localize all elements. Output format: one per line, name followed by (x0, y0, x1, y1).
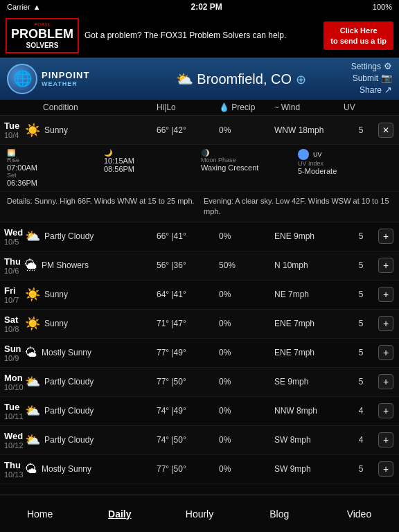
forecast-scroll-area[interactable]: Tue 10/4 ☀️ Sunny 66° |42° 0% WNW 18mph … (0, 116, 399, 487)
uv-0: 5 (344, 125, 378, 135)
cloud-icon: ⛅ (176, 71, 197, 87)
camera-icon: 📷 (381, 73, 392, 83)
col-condition: Condition (25, 103, 157, 112)
day-label-0: Tue (4, 121, 25, 131)
uv-2: 5 (344, 260, 378, 270)
col-precip: 💧 Precip (219, 103, 274, 112)
settings-button[interactable]: Settings ⚙ (351, 61, 392, 71)
forecast-row-9: Thu 10/13 🌤 Mostly Sunny 77° |50° 0% SW … (0, 455, 399, 484)
condition-4: ☀️ Sunny (25, 316, 157, 331)
condition-text-7: Partly Cloudy (44, 406, 94, 416)
hi-lo-4: 71° |47° (157, 319, 219, 328)
sunrise-icon: 🌅 (7, 149, 15, 157)
nav-video[interactable]: Video (319, 495, 399, 532)
header-actions: Settings ⚙ Submit 📷 Share ↗ (351, 61, 392, 95)
nav-home[interactable]: Home (0, 495, 80, 532)
day-label-8: Wed (4, 431, 25, 441)
banner-logo-line1: PROBLEM (11, 28, 73, 42)
condition-text-5: Mostly Sunny (42, 348, 91, 357)
expand-button-9[interactable]: + (378, 461, 393, 477)
date-label-4: 10/8 (4, 325, 25, 333)
condition-9: 🌤 Mostly Sunny (25, 462, 157, 477)
banner-cta[interactable]: Click Here to send us a tip (323, 21, 393, 50)
condition-text-1: Partly Cloudy (44, 231, 94, 241)
forecast-row-6: Mon 10/10 ⛅ Partly Cloudy 77° |50° 0% SE… (0, 368, 399, 397)
logo-weather: WEATHER (42, 80, 89, 88)
chevron-down-icon[interactable]: ⊕ (296, 73, 306, 87)
location-text: Broomfield, CO (197, 71, 292, 87)
nav-hourly[interactable]: Hourly (159, 495, 239, 532)
col-actions (378, 103, 399, 112)
col-uv: UV (344, 103, 378, 112)
forecast-row-4: Sat 10/8 ☀️ Sunny 71° |47° 0% ENE 7mph 5… (0, 310, 399, 339)
expand-button-3[interactable]: + (378, 287, 393, 302)
condition-2: 🌦 PM Showers (25, 258, 157, 273)
sunrise-item: 🌅 Rise 07:00AM Set 06:36PM (7, 149, 101, 187)
collapse-button-0[interactable]: ✕ (378, 123, 393, 138)
moonset-val: 08:56PM (104, 165, 134, 173)
weather-icon-0: ☀️ (25, 123, 40, 138)
date-label-9: 10/13 (4, 470, 25, 479)
expand-button-4[interactable]: + (378, 316, 393, 331)
submit-label: Submit (353, 73, 378, 83)
header-location[interactable]: ⛅ Broomfield, CO ⊕ (89, 71, 392, 87)
precip-8: 0% (219, 435, 274, 445)
wind-1: ENE 9mph (274, 231, 344, 241)
date-label-7: 10/11 (4, 412, 25, 420)
settings-label: Settings (351, 62, 381, 71)
date-label-2: 10/6 (4, 267, 25, 275)
share-button[interactable]: Share ↗ (360, 85, 392, 95)
status-left: Carrier ▲ (7, 3, 41, 11)
col-empty (4, 103, 25, 112)
banner-cta-line2: to send us a tip (330, 36, 387, 46)
hi-lo-1: 66° |41° (157, 231, 219, 241)
expand-button-7[interactable]: + (378, 403, 393, 418)
uv-8: 4 (344, 435, 378, 445)
moonrise-icon: 🌙 (104, 149, 112, 157)
status-bar: Carrier ▲ 2:02 PM 100% (0, 0, 399, 14)
nav-blog[interactable]: Blog (240, 495, 319, 532)
wind-5: ENE 7mph (274, 348, 344, 357)
forecast-row-1: Wed 10/5 ⛅ Partly Cloudy 66° |41° 0% ENE… (0, 222, 399, 251)
weather-icon-3: ☀️ (25, 287, 40, 302)
logo-pinpoint: PINPOINT (42, 70, 89, 81)
condition-3: ☀️ Sunny (25, 287, 157, 302)
day-date-8: Wed 10/12 (4, 431, 25, 450)
sunset-val: 06:36PM (7, 179, 37, 187)
expand-button-5[interactable]: + (378, 345, 393, 360)
precip-6: 0% (219, 377, 274, 387)
uv-1: 5 (344, 231, 378, 241)
nav-daily[interactable]: Daily (80, 495, 159, 532)
day-label-4: Sat (4, 314, 25, 325)
condition-5: 🌤 Mostly Sunny (25, 346, 157, 360)
condition-text-2: PM Showers (42, 260, 89, 270)
expand-button-8[interactable]: + (378, 432, 393, 447)
moonrise-item: 🌙 10:15AM 08:56PM (104, 149, 198, 187)
expand-button-2[interactable]: + (378, 258, 393, 273)
sunrise-val: 07:00AM (7, 163, 37, 172)
hi-lo-2: 56° |36° (157, 260, 219, 270)
banner-cta-line1: Click Here (330, 26, 387, 35)
banner-ad[interactable]: FOX31 PROBLEM SOLVERS Got a problem? The… (0, 14, 399, 58)
expand-button-6[interactable]: + (378, 374, 393, 389)
day-details-0: Details: Sunny. High 66F. Winds WNW at 1… (0, 192, 399, 222)
header: 🌐 PINPOINT WEATHER ⛅ Broomfield, CO ⊕ Se… (0, 58, 399, 100)
moon-phase-val: Waxing Crescent (201, 163, 258, 172)
moon-phase-item: 🌒 Moon Phase Waxing Crescent (201, 149, 295, 187)
precip-5: 0% (219, 348, 274, 357)
uv-index-label-sm: UV (313, 151, 322, 158)
forecast-row-5: Sun 10/9 🌤 Mostly Sunny 77° |49° 0% ENE … (0, 339, 399, 368)
nav-hourly-label: Hourly (186, 508, 213, 520)
column-headers: Condition Hi|Lo 💧 Precip ~ Wind UV (0, 100, 399, 116)
wind-4: ENE 7mph (274, 319, 344, 328)
col-hi-lo: Hi|Lo (157, 103, 219, 112)
precip-9: 0% (219, 464, 274, 474)
submit-button[interactable]: Submit 📷 (353, 73, 392, 83)
day-date-3: Fri 10/7 (4, 285, 25, 304)
date-label-1: 10/5 (4, 238, 25, 246)
day-label-7: Tue (4, 402, 25, 412)
expand-button-1[interactable]: + (378, 229, 393, 244)
precip-4: 0% (219, 319, 274, 328)
nav-daily-label: Daily (108, 508, 131, 520)
condition-text-4: Sunny (44, 319, 68, 328)
